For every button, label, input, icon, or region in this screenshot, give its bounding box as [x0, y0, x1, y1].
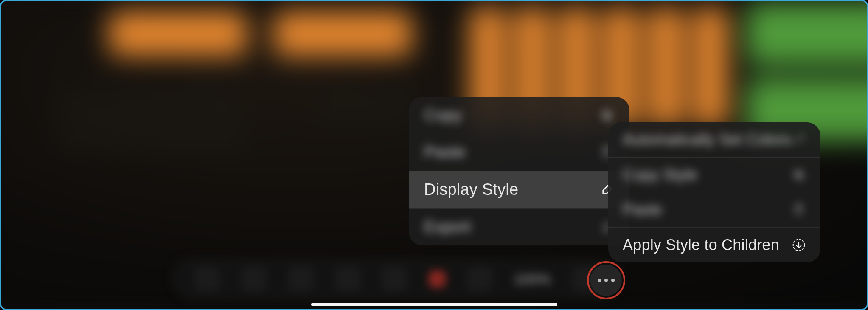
- download-circle-icon: [792, 238, 806, 252]
- menu-item-label: Display Style: [424, 180, 518, 199]
- menu-item-label: Paste: [424, 143, 466, 161]
- toolbar-button-2[interactable]: [241, 266, 267, 292]
- display-style-submenu: Automatically Set Colors Copy Style Past…: [608, 122, 820, 262]
- menu-item-paste[interactable]: Paste: [409, 134, 629, 171]
- home-indicator: [311, 303, 557, 306]
- context-menu: Copy Paste Display Style Export: [409, 97, 629, 245]
- svg-rect-5: [795, 171, 801, 177]
- menu-item-copy[interactable]: Copy: [409, 97, 629, 134]
- toolbar-button-4[interactable]: [335, 266, 360, 292]
- more-icon: [598, 279, 615, 282]
- app-viewport: 100% Copy Paste Display Style: [0, 0, 868, 310]
- menu-item-export[interactable]: Export: [409, 209, 629, 245]
- paste-icon: [792, 203, 806, 217]
- submenu-item-paste[interactable]: Paste: [608, 192, 820, 227]
- menu-item-label: Automatically Set Colors: [623, 131, 791, 149]
- menu-item-label: Apply Style to Children: [623, 236, 779, 254]
- menu-item-label: Copy: [424, 106, 462, 124]
- wand-icon: [792, 132, 806, 147]
- copy-icon: [792, 168, 806, 182]
- bottom-toolbar: 100%: [171, 258, 621, 300]
- toolbar-color-swatch[interactable]: [429, 271, 446, 287]
- toolbar-button-1[interactable]: [194, 266, 220, 292]
- menu-item-display-style[interactable]: Display Style: [409, 171, 629, 208]
- menu-item-label: Export: [424, 218, 471, 236]
- submenu-item-apply-to-children[interactable]: Apply Style to Children: [608, 228, 820, 262]
- svg-rect-1: [603, 111, 609, 118]
- toolbar-zoom-label: 100%: [514, 271, 551, 287]
- menu-item-label: Copy Style: [623, 166, 697, 184]
- toolbar-zoom-out[interactable]: [467, 266, 492, 292]
- toolbar-button-3[interactable]: [288, 266, 314, 292]
- svg-rect-4: [797, 173, 803, 179]
- menu-item-label: Paste: [623, 201, 662, 219]
- submenu-item-auto-colors[interactable]: Automatically Set Colors: [608, 122, 820, 157]
- more-button[interactable]: [590, 265, 622, 296]
- copy-icon: [600, 108, 614, 123]
- submenu-item-copy-style[interactable]: Copy Style: [608, 158, 820, 192]
- svg-rect-0: [605, 113, 611, 120]
- toolbar-button-5[interactable]: [382, 266, 407, 292]
